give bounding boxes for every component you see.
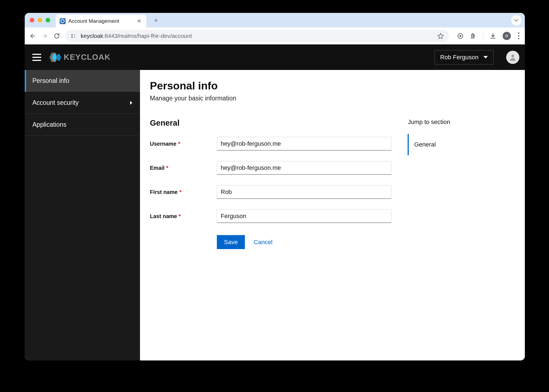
reload-button[interactable] bbox=[53, 32, 60, 40]
svg-point-2 bbox=[74, 34, 75, 35]
sidebar-item-label: Personal info bbox=[32, 77, 69, 84]
download-icon[interactable] bbox=[489, 32, 497, 40]
sidebar-item-label: Account security bbox=[32, 99, 79, 106]
app-body: Personal info Account security Applicati… bbox=[25, 70, 525, 360]
tab-title: Account Management bbox=[68, 18, 133, 24]
jump-item-general[interactable]: General bbox=[408, 134, 479, 155]
site-info-icon[interactable] bbox=[70, 33, 77, 39]
user-avatar[interactable] bbox=[506, 51, 519, 64]
first-name-label: First name* bbox=[150, 189, 217, 195]
form-row-last-name: Last name* bbox=[150, 209, 391, 223]
page-subtitle: Manage your basic information bbox=[150, 95, 515, 102]
separator bbox=[483, 32, 483, 40]
brand-text: KEYCLOAK bbox=[64, 53, 111, 62]
svg-rect-1 bbox=[71, 36, 73, 38]
tabs-dropdown-button[interactable] bbox=[511, 15, 522, 26]
email-label: Email* bbox=[150, 165, 217, 171]
window-minimize-button[interactable] bbox=[38, 18, 42, 22]
app-root: KEYCLOAK Rob Ferguson Personal info Acco… bbox=[25, 44, 525, 360]
window-close-button[interactable] bbox=[30, 18, 34, 22]
username-input[interactable] bbox=[217, 137, 391, 151]
form-row-username: Username* bbox=[150, 137, 391, 151]
extension-icon[interactable] bbox=[457, 32, 464, 40]
main-content: Personal info Manage your basic informat… bbox=[140, 70, 525, 360]
toolbar-right: R bbox=[457, 32, 520, 40]
address-bar[interactable]: keycloak:8443/realms/hapi-fhir-dev/accou… bbox=[65, 30, 449, 42]
sidebar-item-applications[interactable]: Applications bbox=[25, 114, 140, 136]
form-row-email: Email* bbox=[150, 161, 391, 175]
browser-tab-strip: Account Management ✕ ＋ bbox=[25, 13, 525, 27]
app-header: KEYCLOAK Rob Ferguson bbox=[25, 44, 525, 70]
sidebar-item-personal-info[interactable]: Personal info bbox=[25, 70, 140, 92]
cancel-button[interactable]: Cancel bbox=[254, 239, 272, 246]
save-button[interactable]: Save bbox=[217, 235, 245, 249]
url-text: keycloak:8443/realms/hapi-fhir-dev/accou… bbox=[81, 33, 192, 39]
last-name-input[interactable] bbox=[217, 209, 391, 223]
svg-point-3 bbox=[74, 36, 75, 37]
user-menu-button[interactable]: Rob Ferguson bbox=[435, 50, 494, 64]
sidebar-item-account-security[interactable]: Account security bbox=[25, 92, 140, 114]
bookmark-icon[interactable] bbox=[437, 32, 444, 40]
last-name-label: Last name* bbox=[150, 213, 217, 219]
svg-point-9 bbox=[511, 55, 514, 57]
form-row-first-name: First name* bbox=[150, 185, 391, 199]
forward-button bbox=[41, 32, 48, 40]
jump-list: General bbox=[408, 134, 479, 155]
svg-point-5 bbox=[460, 35, 461, 37]
jump-title: Jump to section bbox=[408, 119, 479, 126]
caret-down-icon bbox=[483, 56, 488, 58]
form-section: General Username* Email* First name* bbox=[150, 119, 391, 249]
extensions-icon[interactable] bbox=[470, 32, 477, 40]
chevron-right-icon bbox=[130, 101, 132, 105]
brand-logo[interactable]: KEYCLOAK bbox=[49, 53, 111, 62]
person-icon bbox=[509, 53, 517, 61]
window-maximize-button[interactable] bbox=[46, 18, 50, 22]
username-label: Username* bbox=[150, 141, 217, 147]
keycloak-logo-icon bbox=[49, 53, 62, 62]
svg-rect-0 bbox=[71, 34, 73, 35]
jump-item-label: General bbox=[414, 141, 436, 148]
first-name-input[interactable] bbox=[217, 185, 391, 199]
new-tab-button[interactable]: ＋ bbox=[152, 15, 159, 25]
reload-icon bbox=[54, 33, 60, 39]
chevron-down-icon bbox=[514, 19, 519, 22]
arrow-right-icon bbox=[41, 33, 48, 39]
browser-window: Account Management ✕ ＋ keycloak:8443/rea… bbox=[25, 13, 525, 360]
profile-avatar[interactable]: R bbox=[503, 32, 511, 40]
sidebar-item-label: Applications bbox=[32, 121, 66, 128]
form-actions: Save Cancel bbox=[150, 235, 391, 249]
arrow-left-icon bbox=[29, 33, 36, 39]
section-heading: General bbox=[150, 119, 391, 128]
close-tab-icon[interactable]: ✕ bbox=[136, 18, 142, 24]
svg-marker-8 bbox=[57, 54, 61, 61]
browser-menu-button[interactable] bbox=[517, 32, 520, 39]
back-button[interactable] bbox=[29, 32, 36, 40]
sidebar: Personal info Account security Applicati… bbox=[25, 70, 140, 360]
browser-toolbar: keycloak:8443/realms/hapi-fhir-dev/accou… bbox=[25, 27, 525, 44]
jump-to-section: Jump to section General bbox=[408, 119, 479, 249]
email-input[interactable] bbox=[217, 161, 391, 175]
page-title: Personal info bbox=[150, 80, 515, 92]
user-display-name: Rob Ferguson bbox=[440, 54, 478, 61]
menu-toggle-button[interactable] bbox=[30, 52, 43, 63]
browser-tab[interactable]: Account Management ✕ bbox=[56, 15, 146, 27]
window-controls bbox=[30, 18, 50, 22]
tab-favicon bbox=[60, 18, 66, 24]
